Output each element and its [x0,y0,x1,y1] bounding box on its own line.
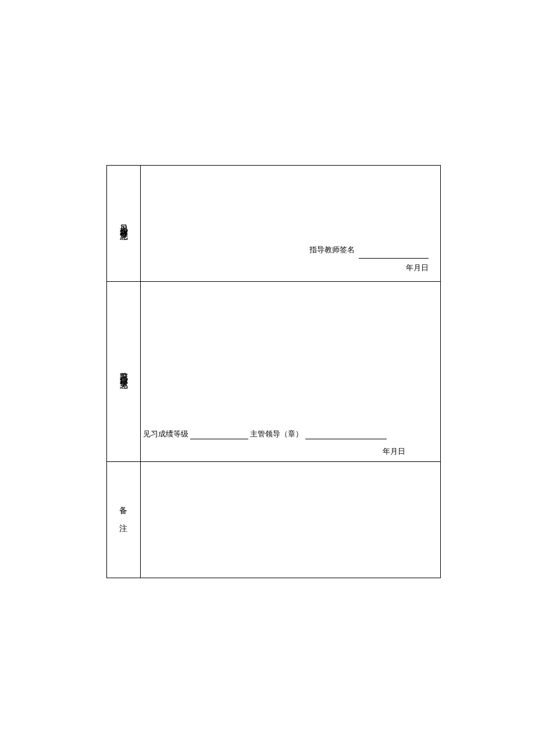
table-row: 见习指导教师意见 指导教师签名 年月日 [107,166,441,282]
signature-underline[interactable] [359,251,429,259]
row3-label-char1: 备 [109,502,138,520]
internship-form-table: 见习指导教师意见 指导教师签名 年月日 院见习领导小组意见 见习成绩等级 主管领… [106,165,441,578]
table-row: 院见习领导小组意见 见习成绩等级 主管领导（章） 年月日 [107,282,441,462]
row1-label-cell: 见习指导教师意见 [107,166,141,282]
row2-label: 院见习领导小组意见 [118,366,129,376]
signature-label: 指导教师签名 [309,245,355,254]
row1-label: 见习指导教师意见 [118,218,129,227]
leader-label: 主管领导（章） [250,429,303,438]
date-label: 年月日 [383,447,405,456]
row1-date-line: 年月日 [309,259,429,277]
row2-content-cell: 见习成绩等级 主管领导（章） 年月日 [140,282,440,462]
date-label: 年月日 [406,263,429,272]
row3-label: 备 注 [109,502,138,538]
table-row: 备 注 [107,462,441,578]
grade-underline[interactable] [190,432,248,439]
row2-date-line: 年月日 [383,446,405,457]
grade-label: 见习成绩等级 [143,429,188,438]
row3-label-cell: 备 注 [107,462,141,578]
leader-underline[interactable] [305,432,387,439]
row1-content-cell: 指导教师签名 年月日 [140,166,440,282]
row2-grade-line: 见习成绩等级 主管领导（章） [143,429,387,439]
row3-label-char2: 注 [109,520,138,538]
row1-signature-line: 指导教师签名 [309,241,429,259]
row1-signature-block: 指导教师签名 年月日 [309,241,429,277]
row3-content-cell [140,462,440,578]
row2-label-cell: 院见习领导小组意见 [107,282,141,462]
